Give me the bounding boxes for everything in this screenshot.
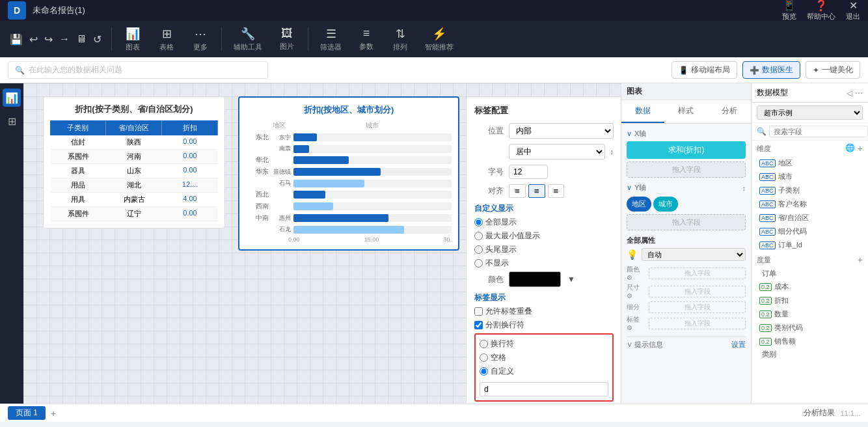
dm-dataset-select[interactable]: 超市示例 — [757, 105, 863, 120]
allow-newline-checkbox[interactable] — [474, 321, 483, 329]
tab-style[interactable]: 样式 — [664, 100, 707, 123]
publish-icon[interactable]: 🖥 — [76, 33, 87, 45]
mark-prop-label: 标签 ⚙ — [627, 315, 646, 331]
help-btn[interactable]: ❓ 帮助中心 — [807, 0, 835, 21]
radio-all-input[interactable] — [474, 218, 483, 227]
dim-add-icon[interactable]: + — [858, 143, 863, 154]
dm-collapse-icon[interactable]: ◁ — [847, 89, 852, 98]
data-doctor-btn[interactable]: ➕ 数据医生 — [742, 61, 800, 79]
dm-search-input[interactable] — [769, 126, 868, 137]
y-axis-chip-city[interactable]: 城市 — [653, 197, 678, 212]
toolbar-chart[interactable]: 📊 图表 — [117, 24, 148, 55]
refresh-icon[interactable]: ↺ — [93, 33, 102, 46]
radio-space-input[interactable] — [480, 353, 488, 362]
dm-dim-orderid[interactable]: ABC 订单_Id — [752, 238, 868, 252]
x-axis-chip[interactable]: 求和(折扣) — [627, 141, 746, 159]
more-icon: ⋯ — [195, 27, 206, 41]
dm-dim-custname[interactable]: ABC 客户名称 — [752, 197, 868, 211]
dim-globe-icon[interactable]: 🌐 — [845, 143, 855, 154]
toolbar-params[interactable]: ≡ 参数 — [351, 24, 382, 54]
color-prop-dropzone[interactable]: 拖入字段 — [649, 268, 746, 279]
tooltip-setup[interactable]: 设置 — [731, 340, 746, 350]
radio-none-input[interactable] — [474, 259, 483, 268]
toolbar-sort[interactable]: ⇅ 排列 — [385, 24, 416, 55]
toolbar-tools[interactable]: 🔧 辅助工具 — [227, 24, 269, 55]
toolbar-image[interactable]: 🖼 图片 — [271, 24, 303, 54]
align-select[interactable]: 居中 — [509, 144, 605, 159]
dm-measure-catcode[interactable]: 0.2 类别代码 — [752, 321, 868, 335]
align-right-btn[interactable]: ≡ — [548, 184, 565, 198]
preview-btn[interactable]: 📱 预览 — [782, 0, 796, 21]
color-swatch[interactable] — [509, 271, 561, 287]
tab-analysis[interactable]: 分析 — [708, 100, 751, 123]
dm-measure-sales[interactable]: 0.2 销售额 — [752, 335, 868, 348]
toolbar-filter[interactable]: ☰ 筛选器 — [314, 24, 348, 55]
align-left-btn[interactable]: ≡ — [509, 184, 526, 198]
table-row: 用具 内蒙古 4.00 — [50, 193, 218, 207]
collapse-x-icon[interactable]: ∨ — [627, 130, 632, 138]
beautify-btn[interactable]: ✦ 一键美化 — [806, 61, 860, 79]
main-layout: 📊 ⊞ 折扣(按子类别、省/自治区划分) 子类别 省/自治区 折扣 信封 陕西 … — [0, 83, 868, 404]
save-icon[interactable]: 💾 — [10, 33, 23, 46]
dm-dim-segcode[interactable]: ABC 细分代码 — [752, 225, 868, 238]
sort-y-icon[interactable]: ↕ — [742, 184, 746, 192]
fwd-icon[interactable]: → — [59, 33, 70, 45]
y-axis-section: ∨ Y轴 ↕ 地区 城市 拖入字段 — [627, 183, 746, 230]
dm-measure-discount[interactable]: 0.2 折扣 — [752, 294, 868, 307]
mark-prop-dropzone[interactable]: 拖入字段 — [649, 318, 746, 329]
radio-minmax-input[interactable] — [474, 232, 483, 240]
abc-tag: ABC — [759, 200, 776, 208]
label-config-title: 标签配置 — [474, 105, 614, 117]
image-icon: 🖼 — [281, 27, 293, 40]
custom-sep-input[interactable] — [480, 382, 608, 396]
report-title: 未命名报告(1) — [33, 5, 85, 16]
sidebar-chart-icon[interactable]: 📊 — [3, 89, 21, 107]
page-tab-1[interactable]: 页面 1 — [8, 406, 46, 420]
toolbar-recommend[interactable]: ⚡ 智能推荐 — [418, 24, 460, 55]
toolbar-more[interactable]: ⋯ 更多 — [185, 24, 216, 55]
dim-subcat-label: 子类别 — [778, 186, 800, 195]
measure-add-icon[interactable]: + — [858, 255, 863, 265]
radio-custom-input[interactable] — [480, 367, 488, 376]
color-dropdown-icon[interactable]: ▼ — [567, 275, 575, 284]
radio-head-input[interactable] — [474, 245, 483, 254]
sidebar-table-icon[interactable]: ⊞ — [3, 112, 21, 130]
undo-icon[interactable]: ↩ — [29, 33, 38, 46]
dm-dim-subcat[interactable]: ABC 子类别 — [752, 184, 868, 197]
y-axis-dropzone[interactable]: 拖入字段 — [627, 214, 746, 230]
tab-data[interactable]: 数据 — [621, 100, 664, 123]
toolbar-table[interactable]: ⊞ 表格 — [151, 24, 182, 55]
exit-btn[interactable]: ✕ 退出 — [846, 0, 860, 21]
search-bar[interactable]: 🔍 在此输入您的数据相关问题 — [8, 61, 268, 79]
bar-chart-panel[interactable]: 折扣(按地区、城市划分) 地区 城市 东北 东宁 南票 — [238, 96, 459, 251]
bar-track — [293, 226, 452, 234]
bar-track — [293, 133, 452, 141]
allow-overlap-checkbox[interactable] — [474, 307, 483, 316]
align-center-btn[interactable]: ≡ — [528, 184, 545, 198]
redo-icon2[interactable]: ↪ — [44, 33, 53, 46]
y-axis-chip-region[interactable]: 地区 — [627, 197, 651, 212]
radio-sep-input[interactable] — [480, 340, 488, 348]
dm-search-row: 🔍 — [752, 123, 868, 141]
fontsize-input[interactable] — [509, 165, 548, 179]
search-icon: 🔍 — [15, 66, 25, 75]
dm-dim-city[interactable]: ABC 城市 — [752, 170, 868, 184]
canvas-area[interactable]: 折扣(按子类别、省/自治区划分) 子类别 省/自治区 折扣 信封 陕西 0.00… — [23, 83, 621, 404]
size-prop-dropzone[interactable]: 拖入字段 — [649, 286, 746, 297]
mobile-layout-btn[interactable]: 📱 移动端布局 — [671, 61, 737, 79]
page-add-btn[interactable]: + — [51, 408, 56, 419]
table-chart-panel[interactable]: 折扣(按子类别、省/自治区划分) 子类别 省/自治区 折扣 信封 陕西 0.00… — [43, 96, 225, 228]
cell: 信封 — [50, 135, 106, 149]
dm-dim-region[interactable]: ABC 地区 — [752, 156, 868, 170]
x-axis-dropzone[interactable]: 拖入字段 — [627, 161, 746, 178]
collapse-y-icon[interactable]: ∨ — [627, 184, 632, 192]
detail-prop-dropzone[interactable]: 拖入字段 — [649, 301, 746, 313]
dm-sub-order: 订单 — [752, 268, 868, 280]
dm-more-icon[interactable]: ⋯ — [855, 89, 863, 98]
recommend-label: 智能推荐 — [425, 42, 454, 52]
dm-measure-quantity[interactable]: 0.2 数量 — [752, 307, 868, 321]
dm-dim-province[interactable]: ABC 省/自治区 — [752, 211, 868, 225]
dm-measure-cost[interactable]: 0.2 成本 — [752, 280, 868, 294]
auto-select[interactable]: 自动 — [642, 248, 746, 261]
position-select[interactable]: 内部 — [509, 123, 614, 139]
